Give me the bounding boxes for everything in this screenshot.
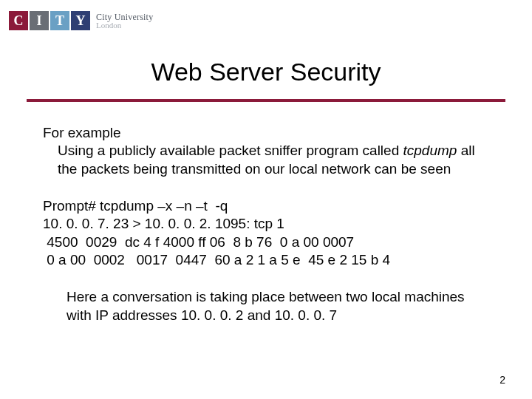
logo-tile-y: Y	[71, 11, 90, 30]
page-number: 2	[499, 374, 505, 386]
horizontal-rule	[27, 99, 505, 102]
paragraph-1: For example Using a publicly available p…	[43, 124, 489, 178]
terminal-output: Prompt# tcpdump –x –n –t -q10. 0. 0. 7. …	[43, 197, 489, 269]
term-line-4: 0 a 00 0002 0017 0447 60 a 2 1 a 5 e 45 …	[43, 251, 489, 269]
university-logo: C I T Y City University London	[9, 11, 153, 30]
logo-line2: London	[96, 21, 153, 30]
slide-body: For example Using a publicly available p…	[43, 124, 489, 324]
slide: C I T Y City University London Web Serve…	[0, 0, 532, 399]
para1-text-a: Using a publicly available packet sniffe…	[58, 143, 403, 158]
term-line-3: 4500 0029 dc 4 f 4000 ff 06 8 b 76 0 a 0…	[43, 233, 489, 251]
term-line-1: Prompt# tcpdump –x –n –t -q	[43, 197, 489, 215]
para2-text: Here a conversation is taking place betw…	[43, 288, 489, 324]
logo-line1: City University	[96, 13, 153, 21]
paragraph-2: Here a conversation is taking place betw…	[43, 288, 489, 324]
tcpdump-term: tcpdump	[403, 143, 457, 158]
slide-title: Web Server Security	[0, 58, 532, 86]
logo-tiles: C I T Y	[9, 11, 90, 30]
para1-body: Using a publicly available packet sniffe…	[43, 142, 489, 178]
logo-tile-t: T	[50, 11, 69, 30]
logo-tile-i: I	[30, 11, 49, 30]
term-line-2: 10. 0. 0. 7. 23 > 10. 0. 0. 2. 1095: tcp…	[43, 215, 489, 233]
logo-text: City University London	[96, 13, 153, 30]
para1-lead: For example	[43, 124, 489, 142]
logo-tile-c: C	[9, 11, 28, 30]
